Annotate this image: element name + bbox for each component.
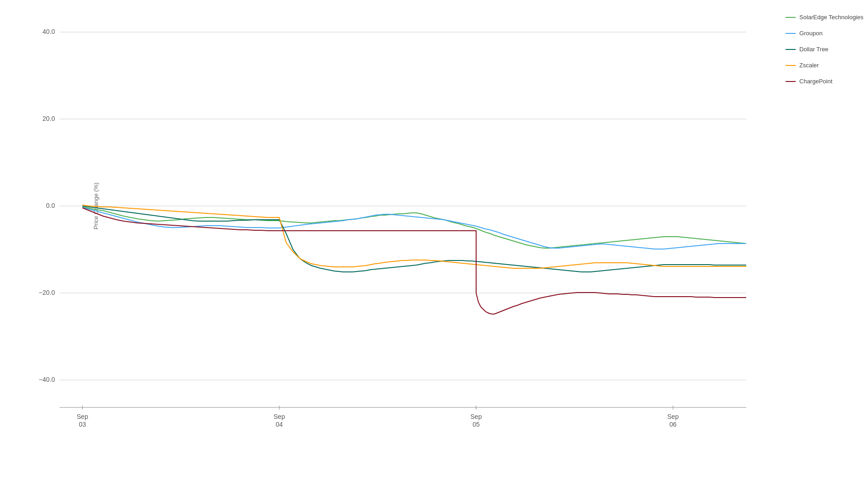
legend-item-dollar-tree: Dollar Tree	[786, 46, 863, 54]
legend-item-groupon: Groupon	[786, 30, 863, 38]
svg-text:Sep: Sep	[471, 413, 482, 420]
legend-item-chargepoint: ChargePoint	[786, 78, 863, 86]
chart-legend: SolarEdge Technologies Groupon Dollar Tr…	[786, 14, 863, 85]
svg-text:Sep: Sep	[667, 413, 679, 420]
svg-text:40.0: 40.0	[43, 28, 55, 35]
legend-color-zscaler	[786, 65, 796, 66]
legend-label-chargepoint: ChargePoint	[799, 78, 832, 86]
svg-text:04: 04	[276, 421, 283, 428]
chargepoint-line	[82, 208, 746, 314]
legend-color-groupon	[786, 33, 796, 34]
svg-text:−40.0: −40.0	[39, 376, 55, 383]
legend-color-chargepoint	[786, 81, 796, 82]
legend-color-dollar-tree	[786, 49, 796, 50]
legend-item-solaredge: SolarEdge Technologies	[786, 14, 863, 22]
legend-label-groupon: Groupon	[799, 30, 823, 38]
svg-text:05: 05	[472, 421, 480, 428]
legend-label-zscaler: Zscaler	[799, 62, 819, 70]
svg-text:20.0: 20.0	[43, 115, 55, 122]
svg-text:06: 06	[669, 421, 677, 428]
svg-text:Sep: Sep	[274, 413, 285, 420]
legend-item-zscaler: Zscaler	[786, 62, 863, 70]
svg-text:−20.0: −20.0	[39, 289, 55, 296]
svg-text:Sep: Sep	[77, 413, 88, 420]
legend-color-solaredge	[786, 17, 796, 18]
chart-container: 40.0 20.0 0.0 −20.0 −40.0 Sep 03 Sep 04 …	[0, 0, 868, 488]
legend-label-solaredge: SolarEdge Technologies	[799, 14, 863, 22]
zscaler-line	[82, 205, 746, 268]
svg-text:0.0: 0.0	[46, 202, 55, 209]
chart-area: 40.0 20.0 0.0 −20.0 −40.0 Sep 03 Sep 04 …	[37, 9, 767, 451]
groupon-line	[82, 207, 746, 249]
dollar-tree-line	[82, 206, 746, 272]
svg-text:03: 03	[79, 421, 86, 428]
main-chart: 40.0 20.0 0.0 −20.0 −40.0 Sep 03 Sep 04 …	[37, 9, 767, 451]
legend-label-dollar-tree: Dollar Tree	[799, 46, 829, 54]
